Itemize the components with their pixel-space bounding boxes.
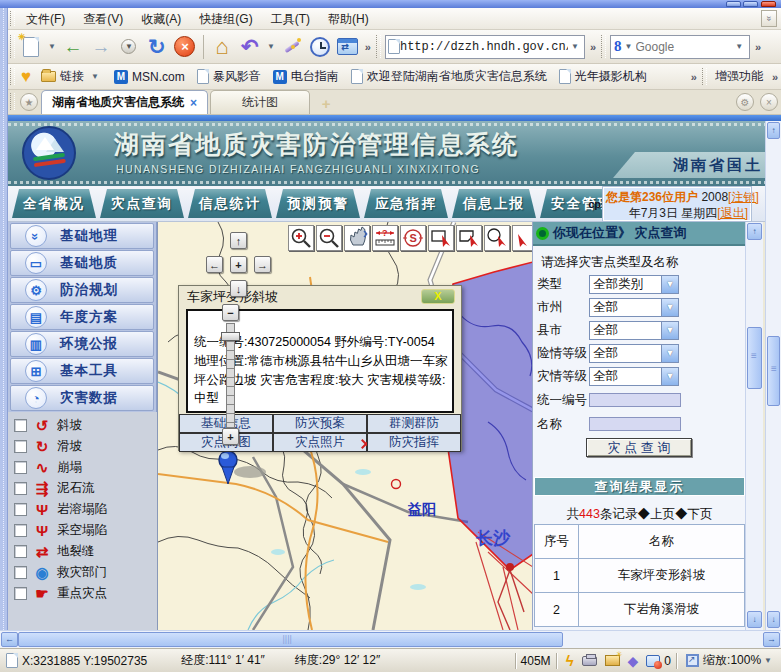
toolbar-grip[interactable]: [10, 93, 15, 110]
tab-list-close-button[interactable]: ×: [760, 93, 778, 111]
sidebar-item-basic-geology[interactable]: ▭ 基础地质: [10, 250, 154, 276]
window-sync-button[interactable]: [335, 34, 361, 60]
pan-center-button[interactable]: +: [230, 256, 247, 273]
link-photo-studio[interactable]: 光年摄影机构: [553, 68, 653, 85]
sidebar-item-annual-plan[interactable]: ▤ 年度方案: [10, 304, 154, 330]
circle-select-tool[interactable]: [484, 225, 510, 251]
toolbar-grip[interactable]: [10, 11, 15, 26]
layer-checkbox[interactable]: [14, 587, 27, 600]
chevron-down-icon[interactable]: ▼: [661, 322, 678, 339]
name-input[interactable]: [589, 417, 681, 431]
scroll-thumb[interactable]: [18, 632, 563, 647]
tab-statistics[interactable]: 统计图: [210, 90, 310, 114]
zoom-minus-button[interactable]: −: [222, 304, 239, 321]
next-page-link[interactable]: ◆下页: [675, 507, 713, 521]
risk-level-select[interactable]: 全部▼: [589, 344, 679, 363]
nav-province-overview[interactable]: 全省概况: [12, 189, 96, 218]
zoom-out-tool[interactable]: [316, 225, 342, 251]
url-dropdown-icon[interactable]: ▼: [568, 42, 582, 51]
polygon-select-tool[interactable]: [456, 225, 482, 251]
toolbar-grip[interactable]: [10, 35, 15, 58]
layer-checkbox[interactable]: [14, 545, 27, 558]
link-storm-player[interactable]: 暴风影音: [191, 68, 267, 85]
new-page-button[interactable]: [18, 34, 44, 60]
point-select-tool[interactable]: [512, 225, 532, 251]
link-hunan-disaster-system[interactable]: 欢迎登陆湖南省地质灾害信息系统: [345, 68, 553, 85]
sidebar-item-basic-geography[interactable]: » 基础地理: [10, 223, 154, 249]
toolbar-grip[interactable]: [601, 35, 606, 58]
new-folder-button[interactable]: [605, 655, 620, 666]
county-select[interactable]: 全部▼: [589, 321, 679, 340]
zoom-slider-handle[interactable]: [221, 332, 240, 341]
table-row[interactable]: 2 下岩角溪滑坡: [535, 593, 745, 627]
menu-tools[interactable]: 工具(T): [262, 8, 319, 30]
chevron-down-icon[interactable]: ▼: [661, 345, 678, 362]
scroll-thumb[interactable]: [747, 327, 762, 389]
uid-input[interactable]: [589, 393, 681, 407]
scroll-thumb[interactable]: [767, 336, 780, 406]
search-dropdown-icon[interactable]: ▼: [732, 42, 746, 51]
star-button[interactable]: ★: [20, 93, 38, 111]
scroll-up-icon[interactable]: ↑: [767, 122, 780, 139]
pan-tool[interactable]: [344, 225, 370, 251]
url-input[interactable]: [400, 40, 568, 54]
tab-main[interactable]: 湖南省地质灾害信息系统 ×: [41, 90, 208, 114]
history-button[interactable]: [307, 34, 333, 60]
restore-button[interactable]: [743, 1, 758, 7]
zoom-in-tool[interactable]: [288, 225, 314, 251]
popup-disaster-command-button[interactable]: 防灾指挥: [367, 433, 461, 452]
menu-help[interactable]: 帮助(H): [319, 8, 378, 30]
layer-checkbox[interactable]: [14, 440, 27, 453]
links-overflow[interactable]: »: [688, 71, 700, 83]
popup-site-photo-button[interactable]: 灾点照片: [273, 433, 367, 452]
popup-prevention-plan-button[interactable]: 防灾预案: [273, 414, 367, 433]
undo-caret-icon[interactable]: ▼: [264, 42, 278, 51]
stop-button[interactable]: ×: [172, 34, 198, 60]
popup-group-monitoring-button[interactable]: 群测群防: [367, 414, 461, 433]
new-tab-button[interactable]: +: [316, 94, 336, 112]
page-scrollbar[interactable]: ↑ ↓: [765, 121, 781, 630]
menu-view[interactable]: 查看(V): [74, 8, 132, 30]
link-msn[interactable]: M MSN.com: [108, 70, 191, 84]
searchbar-overflow[interactable]: »: [752, 41, 764, 53]
prev-page-link[interactable]: ◆上页: [637, 507, 675, 521]
nav-emergency-command[interactable]: 应急指挥: [364, 189, 448, 218]
chevron-down-icon[interactable]: ▼: [661, 368, 678, 385]
scale-tool[interactable]: S: [400, 225, 426, 251]
scroll-left-icon[interactable]: ←: [1, 632, 18, 647]
layer-checkbox[interactable]: [14, 461, 27, 474]
zoom-caret-icon[interactable]: ▼: [761, 656, 775, 665]
sidebar-item-environment-bulletin[interactable]: ▥ 环境公报: [10, 331, 154, 357]
disaster-level-select[interactable]: 全部▼: [589, 367, 679, 386]
history-dropdown-button[interactable]: ▼: [116, 34, 142, 60]
tab-tools-button[interactable]: ⚙: [736, 93, 754, 111]
address-bar[interactable]: ▼: [385, 35, 585, 59]
sidebar-item-basic-tools[interactable]: ⊞ 基本工具: [10, 358, 154, 384]
layer-checkbox[interactable]: [14, 503, 27, 516]
favorites-heart-icon[interactable]: ♥: [17, 67, 35, 87]
toolbar-grip[interactable]: [10, 68, 15, 86]
city-select[interactable]: 全部▼: [589, 298, 679, 317]
panel-scrollbar[interactable]: ↑ ↓: [745, 222, 763, 630]
home-button[interactable]: ⌂: [209, 34, 235, 60]
map-viewport[interactable]: 益阳 长沙 ? S ↑ ← +: [157, 222, 532, 630]
nav-forecast-warning[interactable]: 预测预警: [276, 189, 360, 218]
proxy-button[interactable]: [582, 656, 597, 666]
sidebar-item-disaster-data[interactable]: ◔ 灾害数据: [10, 385, 154, 411]
pan-left-button[interactable]: ←: [206, 256, 223, 273]
disaster-query-button[interactable]: 灾 点 查 询: [586, 438, 692, 457]
close-button[interactable]: [761, 1, 776, 7]
zoom-plus-button[interactable]: +: [222, 428, 239, 445]
enhance-overflow[interactable]: »: [769, 71, 781, 83]
table-row[interactable]: 1 车家坪变形斜坡: [535, 559, 745, 593]
addressbar-overflow[interactable]: »: [587, 41, 599, 53]
plugin-diamond-icon[interactable]: ◆: [628, 653, 639, 669]
links-folder[interactable]: 链接 ▼: [35, 68, 108, 85]
popup-blocker-button[interactable]: [646, 655, 660, 667]
pan-up-button[interactable]: ↑: [230, 232, 247, 249]
horizontal-scrollbar[interactable]: ← →: [0, 630, 781, 648]
sidebar-item-prevention-planning[interactable]: ⚙ 防治规划: [10, 277, 154, 303]
toolbar-grip[interactable]: [702, 68, 707, 86]
menu-groups[interactable]: 快捷组(G): [190, 8, 261, 30]
exit-link[interactable]: [退出]: [717, 206, 748, 220]
